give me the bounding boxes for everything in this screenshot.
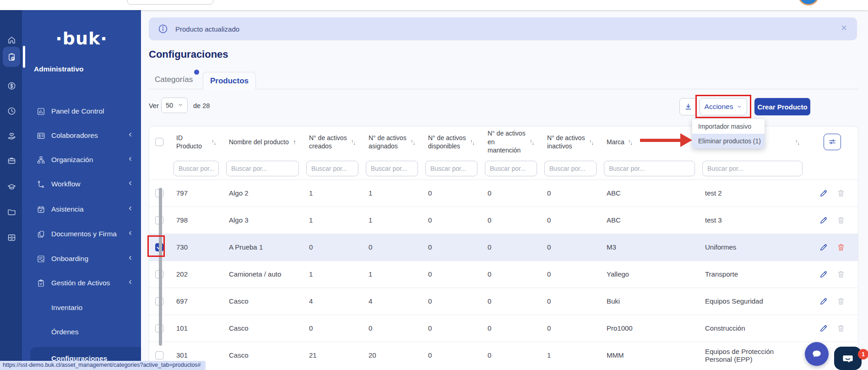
rail-item-briefcase[interactable] (3, 151, 20, 169)
rail-item-hand-heart[interactable] (3, 127, 20, 145)
cell-marca: M3 (600, 234, 699, 261)
sort-icon[interactable]: ↑↓ (470, 140, 475, 145)
edit-button[interactable] (819, 270, 828, 279)
cell-disponibles: 0 (422, 207, 481, 234)
table-row[interactable]: 798Algo 311000ABCtest 3 (149, 207, 858, 234)
sidebar-scrollbar[interactable] (159, 188, 162, 346)
table-row[interactable]: 730A Prueba 100000M3Uniformes (149, 234, 858, 261)
tab-productos[interactable]: Productos (203, 72, 256, 89)
sort-icon[interactable]: ↑↓ (212, 140, 216, 145)
trash-icon (836, 189, 846, 198)
edit-button[interactable] (819, 324, 828, 333)
chevron-down-icon (737, 104, 742, 109)
filter-input-4[interactable] (425, 161, 477, 176)
rail-item-clipboard-clock[interactable] (3, 47, 20, 67)
sort-icon[interactable]: ↑↓ (795, 140, 800, 145)
sort-icon[interactable]: ↑↓ (628, 140, 633, 145)
cell-categoria: Uniformes (699, 234, 806, 261)
filter-input-5[interactable] (485, 161, 537, 176)
sidebar-item-label: Documentos y Firma (51, 230, 117, 238)
sidebar-item-colaboradores[interactable]: Colaboradores (22, 127, 141, 144)
tab-baseline (256, 89, 858, 89)
chat-widget-button[interactable] (834, 347, 862, 370)
sort-icon[interactable]: ↑↓ (351, 140, 356, 145)
cell-marca: Yallego (600, 261, 699, 288)
filter-input-0[interactable] (174, 161, 219, 176)
sidebar-item-panel-de-control[interactable]: Panel de Control (22, 103, 141, 120)
delete-button[interactable] (836, 216, 846, 225)
sidebar-item-organizaci-n[interactable]: Organización (22, 152, 141, 168)
sidebar-item-onboarding[interactable]: Onboarding (22, 250, 141, 267)
acciones-button[interactable]: Acciones (700, 98, 747, 115)
edit-button[interactable] (819, 216, 828, 225)
sidebar-subitem-inventario[interactable]: Inventario (22, 299, 141, 316)
sort-icon[interactable]: ↑↓ (589, 140, 594, 145)
chat-bubble-button[interactable] (805, 342, 829, 366)
tab-categorias[interactable]: Categorías (155, 75, 193, 84)
sidebar-section-label: Administrativo (34, 65, 84, 73)
cell-marca: ABC (600, 207, 699, 234)
cell-mantencion: 0 (481, 288, 541, 315)
table-row[interactable]: 797Algo 211000ABCtest 2 (149, 180, 858, 207)
download-icon (684, 103, 693, 111)
crear-producto-button[interactable]: Crear Producto (754, 98, 810, 115)
sort-asc-icon[interactable]: ↑ (293, 138, 296, 146)
close-icon[interactable]: × (841, 22, 847, 34)
sidebar-item-workflow[interactable]: Workflow (22, 176, 141, 192)
annotation-arrow-head (680, 133, 692, 147)
delete-button[interactable] (836, 243, 846, 252)
sort-icon[interactable]: ↑↓ (530, 140, 534, 145)
column-header-label: ID Producto (176, 134, 209, 151)
page-size-select[interactable]: 50 (161, 98, 188, 113)
download-button[interactable] (679, 98, 697, 115)
browser-top-bar (0, 0, 868, 10)
sidebar-item-documentos-y-firma[interactable]: Documentos y Firma (22, 226, 141, 242)
edit-button[interactable] (819, 297, 828, 306)
column-header: N° de activos en mantención↑↓ (481, 126, 541, 158)
filter-input-7[interactable] (604, 161, 695, 176)
trash-icon (836, 297, 846, 306)
cell-categoria: Equipos de Protección Personal (EPP) (699, 342, 806, 369)
workflow-icon (37, 180, 45, 189)
delete-button[interactable] (836, 270, 846, 279)
table-row[interactable]: 697Casco44000BukiEquipos Seguridad (149, 288, 858, 315)
rail-item-coin[interactable] (3, 76, 20, 95)
sidebar-item-asistencia[interactable]: Asistencia (22, 201, 141, 218)
alert-text: Producto actualizado (175, 25, 239, 33)
sidebar-subitem--rdenes[interactable]: Órdenes (22, 323, 141, 341)
menu-item-eliminar-productos-1-[interactable]: Eliminar productos (1) (692, 134, 765, 148)
filter-input-3[interactable] (366, 161, 418, 176)
filter-input-2[interactable] (306, 161, 358, 176)
row-checkbox[interactable] (155, 351, 163, 359)
cell-id: 202 (170, 261, 222, 288)
delete-button[interactable] (836, 189, 846, 198)
rail-item-home[interactable] (3, 31, 20, 49)
sort-icon[interactable]: ↑↓ (411, 140, 415, 145)
delete-button[interactable] (836, 297, 846, 306)
documents-icon (37, 230, 45, 239)
rail-item-drawer[interactable] (3, 228, 20, 246)
table-row[interactable]: 301Casco2120001MMMEquipos de Protección … (149, 342, 858, 369)
cell-disponibles: 0 (422, 315, 481, 342)
filter-input-1[interactable] (226, 161, 299, 176)
edit-button[interactable] (819, 243, 828, 252)
edit-button[interactable] (819, 189, 828, 198)
sidebar-item-gesti-n-de-activos[interactable]: Gestión de Activos (22, 275, 141, 291)
cell-mantencion: 0 (481, 180, 541, 207)
menu-item-importador-masivo[interactable]: Importador masivo (692, 119, 765, 134)
tab-baseline (149, 89, 203, 89)
cell-creados: 4 (303, 288, 362, 315)
rail-item-graduation-cap[interactable] (3, 178, 20, 196)
graduation-cap-icon (7, 182, 16, 192)
table-row[interactable]: 101Casco00000Pro1000Construcción (149, 315, 858, 342)
column-settings-button[interactable] (824, 134, 841, 150)
filter-input-6[interactable] (544, 161, 597, 176)
column-header-label: N° de activos creados (309, 134, 348, 151)
rail-item-folder[interactable] (3, 202, 20, 221)
table-row[interactable]: 202Camioneta / auto11000YallegoTransport… (149, 261, 858, 288)
column-header-label: Nombre del producto (229, 138, 289, 146)
filter-input-8[interactable] (702, 161, 803, 176)
delete-button[interactable] (836, 324, 846, 333)
select-all-checkbox[interactable] (155, 138, 163, 146)
rail-item-clock[interactable] (3, 102, 20, 120)
